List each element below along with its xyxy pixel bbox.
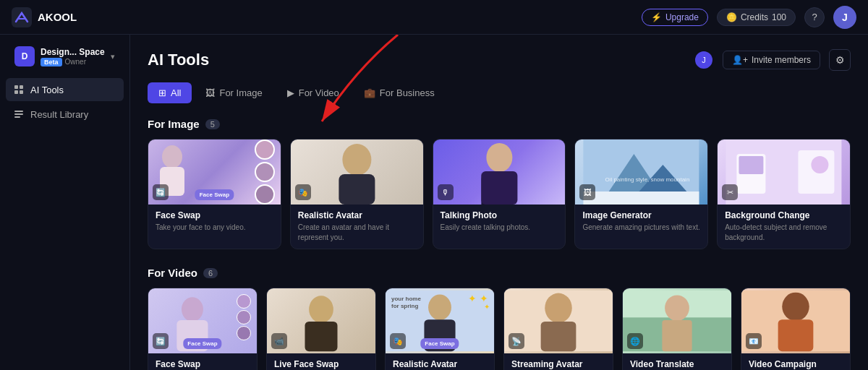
- tab-for-image[interactable]: 🖼 For Image: [195, 82, 273, 103]
- tool-card-bg-change[interactable]: ✂ Background Change Auto-detect subject …: [717, 139, 851, 249]
- tool-card-face-swap-video[interactable]: Face Swap 🔄 Face Swap Take your face to …: [148, 288, 258, 370]
- tool-name: Face Swap: [156, 210, 273, 220]
- tool-card-talking-photo[interactable]: 🎙 Talking Photo Easily create talking ph…: [433, 139, 566, 249]
- tool-name: Streaming Avatar: [511, 359, 605, 369]
- help-icon: ?: [812, 12, 817, 22]
- user-plus-icon: 👤+: [732, 55, 748, 65]
- ai-tools-icon: [13, 84, 25, 95]
- tool-desc: Auto-detect subject and remove backgroun…: [725, 223, 843, 243]
- svg-rect-6: [14, 113, 23, 115]
- tool-card-streaming-avatar[interactable]: 📡 Streaming Avatar Create a real-time in…: [503, 288, 613, 370]
- tab-for-video[interactable]: ▶ For Video: [276, 82, 350, 103]
- svg-rect-12: [339, 174, 375, 205]
- tool-name: Video Campaign: [749, 359, 843, 369]
- svg-rect-34: [541, 322, 576, 351]
- tool-info-live-face-swap: Live Face Swap Real-time face replacemen…: [267, 353, 375, 370]
- svg-rect-38: [662, 320, 692, 351]
- chevron-down-icon: ▾: [111, 52, 115, 61]
- tool-desc: Create an avatar and have it represent y…: [298, 223, 416, 243]
- video-translate-overlay-icon: 🌐: [627, 333, 643, 349]
- tool-name: Live Face Swap: [274, 359, 368, 369]
- tool-card-video-campaign[interactable]: 📧 Video Campaign Produce customized vide…: [741, 288, 851, 370]
- streaming-overlay-icon: 📡: [509, 333, 524, 349]
- tool-info-face-swap-image: Face Swap Take your face to any video.: [148, 205, 281, 238]
- sidebar-item-result-library[interactable]: Result Library: [6, 103, 124, 126]
- video-face-swap-overlay-icon: 🔄: [153, 333, 169, 349]
- tab-video-label: For Video: [299, 87, 339, 98]
- tool-thumb-bg-change: ✂: [718, 139, 850, 205]
- bg-change-overlay-icon: ✂: [722, 184, 738, 200]
- tool-name: Image Generator: [582, 210, 700, 220]
- credits-label: Credits: [741, 12, 768, 22]
- tool-info-image-gen: Image Generator Generate amazing picture…: [575, 205, 707, 238]
- tool-name: Talking Photo: [441, 210, 558, 220]
- avatar-initial: J: [842, 12, 848, 23]
- header-actions: J 👤+ Invite members ⚙: [694, 49, 851, 71]
- tool-thumb-live-face: 📹: [267, 288, 375, 353]
- sidebar: D Design... Space Beta Owner ▾ AI Tools: [0, 35, 130, 370]
- for-image-tools-grid: Face Swap 🔄 Face Swap Take your face to …: [148, 139, 851, 249]
- tool-card-realistic-avatar-video[interactable]: your homefor spring ✦ ✦ ✦ 🎭 Face Swap Re…: [385, 288, 495, 370]
- sidebar-item-ai-tools[interactable]: AI Tools: [6, 78, 124, 101]
- sidebar-ai-tools-label: AI Tools: [30, 85, 64, 95]
- tool-info-realistic-avatar-video: Realistic Avatar Create an avatar and ha…: [386, 353, 494, 370]
- settings-button[interactable]: ⚙: [829, 49, 851, 71]
- tool-desc: Easily create talking photos.: [441, 223, 558, 233]
- tool-card-video-translate[interactable]: 🌐 Video Translate One-click translation …: [622, 288, 732, 370]
- role-label: Owner: [65, 58, 86, 66]
- tool-info-realistic-avatar-image: Realistic Avatar Create an avatar and ha…: [291, 205, 423, 249]
- svg-point-37: [665, 295, 689, 321]
- content-area: AI Tools J 👤+ Invite members ⚙ ⊞ All: [130, 35, 868, 370]
- tool-info-video-translate: Video Translate One-click translation of…: [623, 353, 731, 370]
- svg-point-13: [486, 143, 512, 172]
- tab-for-business[interactable]: 💼 For Business: [353, 82, 446, 103]
- library-icon: [13, 108, 25, 120]
- tool-name: Background Change: [725, 210, 843, 220]
- svg-text:Oil painting style, snow mount: Oil painting style, snow mountain: [605, 176, 690, 183]
- for-image-count: 5: [205, 119, 220, 129]
- workspace-initial: D: [22, 51, 28, 61]
- akool-logo-icon: [12, 7, 32, 27]
- business-icon: 💼: [364, 87, 375, 98]
- tool-thumb-realistic-avatar: 🎭: [291, 139, 423, 205]
- credits-badge: 🪙 Credits 100: [717, 9, 796, 26]
- content-header: AI Tools J 👤+ Invite members ⚙: [148, 49, 851, 71]
- for-video-section-header: For Video 6: [148, 267, 851, 279]
- tool-card-face-swap-image[interactable]: Face Swap 🔄 Face Swap Take your face to …: [148, 139, 281, 249]
- tool-card-live-face-swap[interactable]: 📹 Live Face Swap Real-time face replacem…: [266, 288, 376, 370]
- tool-thumb-talking-photo: 🎙: [433, 139, 566, 205]
- svg-rect-5: [14, 111, 23, 112]
- tool-info-video-campaign: Video Campaign Produce customized video …: [741, 353, 850, 370]
- face-swap-overlay-icon: 🔄: [153, 184, 169, 200]
- upgrade-button[interactable]: ⚡ Upgrade: [642, 9, 708, 26]
- user-avatar[interactable]: J: [833, 6, 856, 29]
- sidebar-nav: AI Tools Result Library: [0, 78, 129, 127]
- tab-all[interactable]: ⊞ All: [148, 82, 192, 103]
- svg-point-25: [182, 297, 203, 322]
- svg-rect-22: [739, 156, 764, 174]
- help-button[interactable]: ?: [804, 7, 825, 27]
- tool-desc: Generate amazing pictures with text.: [582, 223, 700, 233]
- svg-point-24: [812, 156, 829, 173]
- tool-name: Realistic Avatar: [393, 359, 487, 369]
- tool-name: Face Swap: [156, 359, 250, 369]
- credits-count: 100: [772, 12, 786, 22]
- for-image-section-header: For Image 5: [148, 118, 851, 130]
- svg-rect-1: [14, 85, 18, 89]
- workspace-selector[interactable]: D Design... Space Beta Owner ▾: [6, 40, 124, 72]
- tool-thumb-streaming: 📡: [504, 288, 613, 353]
- workspace-info: Design... Space Beta Owner: [41, 47, 105, 66]
- svg-point-9: [162, 145, 182, 168]
- page-title: AI Tools: [148, 51, 209, 69]
- logo-text: AKOOL: [38, 11, 77, 23]
- logo: AKOOL: [12, 7, 77, 27]
- filter-tabs: ⊞ All 🖼 For Image ▶ For Video 💼 For Busi…: [148, 82, 851, 103]
- svg-rect-14: [481, 171, 517, 205]
- tool-thumb-video-campaign: 📧: [741, 288, 850, 353]
- svg-point-27: [309, 296, 333, 323]
- invite-members-button[interactable]: 👤+ Invite members: [723, 51, 820, 69]
- image-icon: 🖼: [205, 87, 215, 98]
- tool-card-image-generator[interactable]: Oil painting style, snow mountain 🖼 Imag…: [574, 139, 708, 249]
- tool-thumb-spring-promo: your homefor spring ✦ ✦ ✦ 🎭 Face Swap: [386, 288, 494, 353]
- tool-card-realistic-avatar-image[interactable]: 🎭 Realistic Avatar Create an avatar and …: [290, 139, 424, 249]
